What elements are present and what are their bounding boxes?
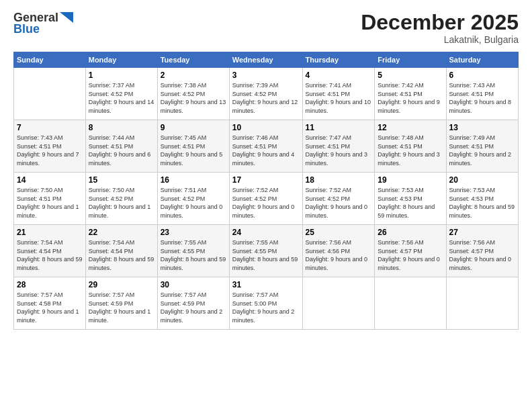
day-info: Sunrise: 7:54 AM Sunset: 4:54 PM Dayligh…	[89, 238, 154, 272]
col-tuesday: Tuesday	[157, 52, 229, 68]
day-info: Sunrise: 7:43 AM Sunset: 4:51 PM Dayligh…	[449, 81, 515, 115]
calendar-cell: 9 Sunrise: 7:45 AM Sunset: 4:51 PM Dayli…	[157, 120, 229, 173]
sunrise: Sunrise: 7:39 AM	[232, 81, 300, 90]
sunrise: Sunrise: 7:53 AM	[378, 186, 443, 195]
sunrise: Sunrise: 7:57 AM	[232, 291, 300, 300]
col-sunday: Sunday	[14, 52, 86, 68]
sunset: Sunset: 4:51 PM	[89, 142, 154, 151]
daylight: Daylight: 8 hours and 59 minutes.	[449, 203, 515, 220]
day-info: Sunrise: 7:44 AM Sunset: 4:51 PM Dayligh…	[89, 134, 154, 167]
day-number: 21	[17, 228, 83, 237]
sunset: Sunset: 4:52 PM	[161, 195, 226, 203]
day-number: 7	[17, 123, 83, 132]
sunrise: Sunrise: 7:55 AM	[232, 238, 300, 247]
daylight: Daylight: 9 hours and 7 minutes.	[17, 150, 83, 167]
day-number: 26	[378, 228, 443, 237]
daylight: Daylight: 9 hours and 2 minutes.	[449, 150, 515, 167]
day-info: Sunrise: 7:57 AM Sunset: 4:58 PM Dayligh…	[17, 291, 83, 324]
calendar-cell: 29 Sunrise: 7:57 AM Sunset: 4:59 PM Dayl…	[85, 277, 157, 330]
calendar-cell	[14, 68, 86, 120]
day-number: 22	[89, 228, 154, 237]
sunset: Sunset: 4:52 PM	[89, 195, 154, 203]
daylight: Daylight: 9 hours and 1 minute.	[17, 308, 83, 324]
day-number: 11	[306, 123, 372, 132]
day-number: 13	[449, 123, 515, 132]
day-number: 15	[89, 175, 154, 185]
daylight: Daylight: 8 hours and 59 minutes.	[161, 255, 226, 272]
daylight: Daylight: 8 hours and 59 minutes.	[378, 203, 443, 220]
sunrise: Sunrise: 7:57 AM	[89, 291, 154, 300]
calendar-cell: 18 Sunrise: 7:52 AM Sunset: 4:52 PM Dayl…	[302, 173, 375, 225]
sunset: Sunset: 4:55 PM	[232, 247, 300, 256]
location: Lakatnik, Bulgaria	[361, 34, 519, 45]
sunset: Sunset: 4:52 PM	[161, 90, 226, 99]
sunset: Sunset: 4:51 PM	[17, 142, 83, 151]
daylight: Daylight: 9 hours and 0 minutes.	[378, 255, 443, 272]
day-info: Sunrise: 7:45 AM Sunset: 4:51 PM Dayligh…	[161, 134, 226, 167]
daylight: Daylight: 9 hours and 12 minutes.	[232, 98, 300, 115]
day-number: 9	[161, 123, 226, 132]
daylight: Daylight: 9 hours and 0 minutes.	[232, 203, 300, 220]
sunset: Sunset: 4:51 PM	[232, 142, 300, 151]
calendar-week-3: 21 Sunrise: 7:54 AM Sunset: 4:54 PM Dayl…	[14, 225, 519, 277]
day-info: Sunrise: 7:37 AM Sunset: 4:52 PM Dayligh…	[89, 81, 154, 115]
sunset: Sunset: 4:57 PM	[449, 247, 515, 256]
calendar-cell: 25 Sunrise: 7:56 AM Sunset: 4:56 PM Dayl…	[302, 225, 375, 277]
calendar-cell: 26 Sunrise: 7:56 AM Sunset: 4:57 PM Dayl…	[375, 225, 446, 277]
calendar-table: Sunday Monday Tuesday Wednesday Thursday…	[13, 52, 519, 330]
calendar-cell: 3 Sunrise: 7:39 AM Sunset: 4:52 PM Dayli…	[229, 68, 302, 120]
daylight: Daylight: 9 hours and 2 minutes.	[161, 308, 226, 324]
calendar-cell	[302, 277, 375, 330]
day-number: 4	[306, 71, 372, 80]
sunset: Sunset: 4:52 PM	[306, 195, 372, 203]
sunrise: Sunrise: 7:52 AM	[306, 186, 372, 195]
calendar-cell: 27 Sunrise: 7:56 AM Sunset: 4:57 PM Dayl…	[446, 225, 518, 277]
calendar-cell: 7 Sunrise: 7:43 AM Sunset: 4:51 PM Dayli…	[14, 120, 86, 173]
col-thursday: Thursday	[302, 52, 375, 68]
sunset: Sunset: 4:54 PM	[17, 247, 83, 256]
daylight: Daylight: 9 hours and 0 minutes.	[306, 255, 372, 272]
calendar-cell: 21 Sunrise: 7:54 AM Sunset: 4:54 PM Dayl…	[14, 225, 86, 277]
sunrise: Sunrise: 7:47 AM	[306, 134, 372, 142]
sunrise: Sunrise: 7:50 AM	[17, 186, 83, 195]
calendar-cell: 12 Sunrise: 7:48 AM Sunset: 4:51 PM Dayl…	[375, 120, 446, 173]
sunrise: Sunrise: 7:56 AM	[306, 238, 372, 247]
day-info: Sunrise: 7:56 AM Sunset: 4:57 PM Dayligh…	[378, 238, 443, 272]
sunrise: Sunrise: 7:54 AM	[17, 238, 83, 247]
day-number: 24	[232, 228, 300, 237]
calendar-cell: 5 Sunrise: 7:42 AM Sunset: 4:51 PM Dayli…	[375, 68, 446, 120]
day-info: Sunrise: 7:51 AM Sunset: 4:52 PM Dayligh…	[161, 186, 226, 220]
day-info: Sunrise: 7:39 AM Sunset: 4:52 PM Dayligh…	[232, 81, 300, 115]
sunrise: Sunrise: 7:43 AM	[17, 134, 83, 142]
day-info: Sunrise: 7:48 AM Sunset: 4:51 PM Dayligh…	[378, 134, 443, 167]
sunset: Sunset: 4:51 PM	[306, 142, 372, 151]
calendar-cell	[446, 277, 518, 330]
sunset: Sunset: 4:51 PM	[378, 142, 443, 151]
day-info: Sunrise: 7:50 AM Sunset: 4:51 PM Dayligh…	[17, 186, 83, 220]
sunset: Sunset: 4:51 PM	[306, 90, 372, 99]
daylight: Daylight: 8 hours and 59 minutes.	[89, 255, 154, 272]
day-number: 20	[449, 175, 515, 185]
daylight: Daylight: 8 hours and 59 minutes.	[232, 255, 300, 272]
day-info: Sunrise: 7:49 AM Sunset: 4:51 PM Dayligh…	[449, 134, 515, 167]
daylight: Daylight: 9 hours and 9 minutes.	[378, 98, 443, 115]
daylight: Daylight: 9 hours and 0 minutes.	[306, 203, 372, 220]
daylight: Daylight: 9 hours and 3 minutes.	[378, 150, 443, 167]
calendar-cell: 16 Sunrise: 7:51 AM Sunset: 4:52 PM Dayl…	[157, 173, 229, 225]
day-info: Sunrise: 7:53 AM Sunset: 4:53 PM Dayligh…	[378, 186, 443, 220]
calendar-cell: 22 Sunrise: 7:54 AM Sunset: 4:54 PM Dayl…	[85, 225, 157, 277]
sunrise: Sunrise: 7:57 AM	[161, 291, 226, 300]
sunset: Sunset: 4:55 PM	[161, 247, 226, 256]
calendar-cell: 19 Sunrise: 7:53 AM Sunset: 4:53 PM Dayl…	[375, 173, 446, 225]
day-info: Sunrise: 7:46 AM Sunset: 4:51 PM Dayligh…	[232, 134, 300, 167]
day-number: 30	[161, 280, 226, 289]
day-info: Sunrise: 7:57 AM Sunset: 5:00 PM Dayligh…	[232, 291, 300, 324]
calendar-cell: 17 Sunrise: 7:52 AM Sunset: 4:52 PM Dayl…	[229, 173, 302, 225]
day-info: Sunrise: 7:57 AM Sunset: 4:59 PM Dayligh…	[161, 291, 226, 324]
daylight: Daylight: 8 hours and 59 minutes.	[17, 255, 83, 272]
calendar-cell: 31 Sunrise: 7:57 AM Sunset: 5:00 PM Dayl…	[229, 277, 302, 330]
sunset: Sunset: 4:59 PM	[161, 300, 226, 308]
calendar-cell	[375, 277, 446, 330]
day-info: Sunrise: 7:57 AM Sunset: 4:59 PM Dayligh…	[89, 291, 154, 324]
day-info: Sunrise: 7:52 AM Sunset: 4:52 PM Dayligh…	[306, 186, 372, 220]
